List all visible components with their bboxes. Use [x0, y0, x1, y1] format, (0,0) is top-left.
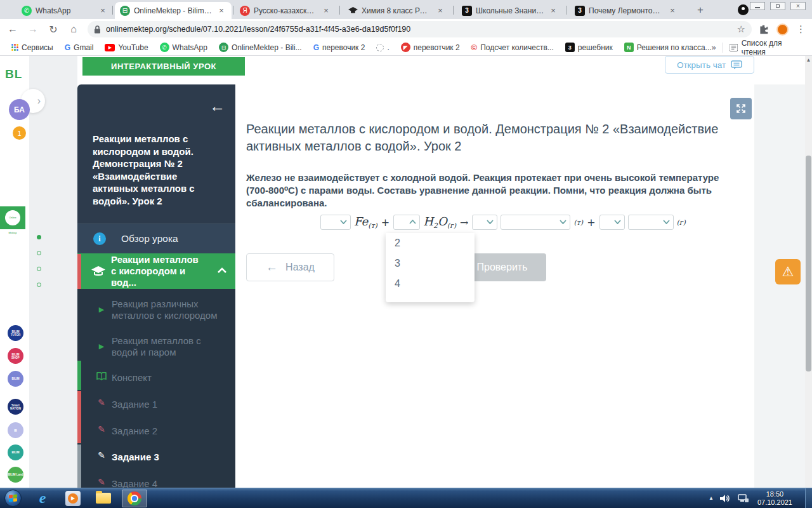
sidebar-item-task-1[interactable]: Задание 1 [112, 399, 157, 410]
dropdown-option-4[interactable]: 4 [386, 274, 475, 294]
bilim-badge[interactable]: BILIM [8, 371, 23, 387]
taskbar-clock[interactable]: 18:50 07.10.2021 [757, 490, 792, 507]
bilim-shop-badge[interactable]: BILIM SHOP [8, 348, 23, 364]
slide-dot-active[interactable] [37, 235, 41, 239]
tab-translator[interactable]: Я Русско-казахский онлай × [235, 2, 336, 19]
bilim-teal-badge[interactable]: BILIM [8, 444, 23, 460]
bookmark-reshebnik[interactable]: 3 решебник [565, 43, 613, 52]
tab-whatsapp[interactable]: ✆ WhatsApp × [16, 2, 113, 19]
bookmark-youtube[interactable]: ▶ YouTube [105, 43, 148, 52]
chrome-taskbar-button-active[interactable] [122, 490, 147, 507]
sidebar-item-task-3-current[interactable]: Задание 3 [112, 451, 159, 463]
media-player-icon: ▶ [65, 491, 81, 506]
coefficient-select-1[interactable] [320, 215, 351, 230]
window-restore-button[interactable] [770, 2, 785, 10]
chrome-avatar[interactable] [776, 23, 789, 36]
product-select-1[interactable] [501, 215, 570, 230]
sidebar-item-task-2[interactable]: Задание 2 [112, 425, 157, 437]
bilimland-logo[interactable]: BL [5, 67, 22, 81]
sidebar-item-section-active[interactable]: Реакции металлов с кислородом и вод... [77, 253, 235, 289]
dropdown-option-2[interactable]: 2 [386, 233, 475, 253]
bookmark-onlinemektep[interactable]: ⊟ OnlineMektep - Bili... [219, 43, 302, 52]
bookmark-services[interactable]: Сервисы [11, 43, 53, 52]
bookmark-gmail[interactable]: G Gmail [65, 43, 94, 52]
internet-explorer-button[interactable]: e [33, 490, 52, 507]
media-player-button[interactable]: ▶ [63, 490, 82, 507]
slide-dot[interactable] [37, 251, 41, 255]
browser-toolbar: ← → ↻ ⌂ onlinemektep.org/schedule/07.10.… [0, 19, 812, 39]
home-button[interactable]: ⌂ [66, 23, 81, 35]
notification-badge[interactable]: 1 [13, 126, 26, 140]
close-icon[interactable]: × [98, 6, 108, 15]
close-icon[interactable]: × [667, 6, 678, 15]
bookmark-whatsapp[interactable]: ✆ WhatsApp [160, 43, 207, 52]
dropdown-option-3[interactable]: 3 [386, 253, 475, 274]
slide-dot[interactable] [37, 267, 41, 271]
onlinemektep-logo[interactable]: Online Mektep [0, 206, 25, 229]
formula-fe: Fe(т) [354, 215, 377, 230]
browser-profile-icon[interactable] [738, 4, 749, 15]
state-gas: (г) [677, 218, 686, 227]
window-minimize-button[interactable] [750, 2, 765, 10]
page-right-gutter [754, 84, 805, 488]
start-button[interactable] [4, 490, 22, 507]
bookmark-translator-2[interactable]: ◤ перевотчик 2 [401, 43, 460, 52]
volume-icon[interactable] [720, 494, 731, 503]
sidebar-item-video-1[interactable]: Реакция различных металлов с кислородом [112, 298, 219, 321]
smart-nation-badge[interactable]: Smart NATION [8, 399, 23, 415]
scrollbar-thumb[interactable] [806, 156, 811, 371]
tab-znania-2[interactable]: 3 Почему Лермонтов назв × [570, 2, 683, 19]
sidebar-item-video-2[interactable]: Реакция металлов с водой и паром [112, 335, 219, 358]
reload-button[interactable]: ↻ [46, 23, 61, 36]
fullscreen-button[interactable] [730, 98, 752, 119]
bookmark-translator-1[interactable]: G перевочик 2 [313, 43, 365, 52]
reading-list-button[interactable]: Список для чтения [730, 39, 803, 57]
bookmark-label: . [387, 43, 389, 52]
scroll-up-arrow[interactable]: ▲ [806, 57, 811, 63]
whatsapp-icon: ✆ [160, 43, 169, 52]
bookmarks-bar: Сервисы G Gmail ▶ YouTube ✆ WhatsApp ⊟ O… [0, 39, 812, 56]
address-bar[interactable]: onlinemektep.org/schedule/07.10.2021/les… [88, 21, 752, 37]
tab-znania-1[interactable]: 3 Школьные Знания.com - × [457, 2, 563, 19]
close-icon[interactable]: × [321, 6, 331, 15]
back-button-lesson[interactable]: ← Назад [246, 253, 334, 281]
close-icon[interactable]: × [548, 6, 558, 15]
page-scrollbar[interactable]: ▲ [805, 56, 812, 488]
bilim-tutor-badge[interactable]: BILIM TUTOR [8, 325, 23, 341]
slide-dot[interactable] [37, 283, 41, 287]
new-tab-button[interactable]: + [693, 3, 708, 18]
tab-chemistry[interactable]: Химия 8 класс Реакции м × [343, 2, 450, 19]
forward-button[interactable]: → [25, 23, 41, 35]
bilim-land-badge[interactable]: BILIM Land [8, 467, 23, 483]
sidebar-back-arrow[interactable]: ← [209, 97, 225, 116]
tab-onlinemektep[interactable]: ⊟ OnlineMektep - BilimLand × [115, 2, 232, 19]
user-avatar[interactable]: БА [9, 99, 30, 120]
chrome-menu-icon[interactable]: ⋮ [796, 23, 806, 35]
card-badge[interactable]: ▤ [8, 422, 23, 438]
coefficient-select-4[interactable] [599, 215, 625, 230]
coefficient-select-2-open[interactable] [393, 215, 420, 230]
product-select-2[interactable] [628, 215, 674, 230]
close-icon[interactable]: × [216, 6, 226, 15]
bookmark-resheniya[interactable]: N Решения по класса... [624, 43, 712, 52]
bookmark-counter[interactable]: © Подсчет количеств... [471, 43, 554, 52]
graduation-cap-icon [348, 6, 358, 16]
close-icon[interactable]: × [435, 6, 445, 15]
report-problem-button[interactable]: ⚠ [775, 259, 801, 284]
bookmark-star-icon[interactable]: ☆ [737, 23, 745, 35]
network-icon[interactable] [737, 494, 749, 503]
play-icon: ▶ [96, 305, 107, 314]
open-chat-button[interactable]: Открыть чат [665, 56, 754, 74]
tab-title: Почему Лермонтов назв [589, 6, 664, 15]
show-desktop-button[interactable] [805, 488, 812, 508]
sidebar-item-notes[interactable]: Конспект [112, 372, 152, 384]
window-close-button[interactable]: × [790, 2, 806, 10]
extensions-puzzle-icon[interactable] [758, 24, 769, 35]
coefficient-select-3[interactable] [472, 215, 497, 230]
file-explorer-button[interactable] [94, 490, 113, 507]
back-button[interactable]: ← [5, 23, 20, 35]
hidden-icons-arrow[interactable]: ▲ [709, 495, 714, 501]
sidebar-item-overview[interactable]: i Обзор урока [77, 224, 235, 253]
more-bookmarks-button[interactable]: » [712, 43, 716, 52]
bookmark-dot[interactable]: . [376, 43, 389, 52]
